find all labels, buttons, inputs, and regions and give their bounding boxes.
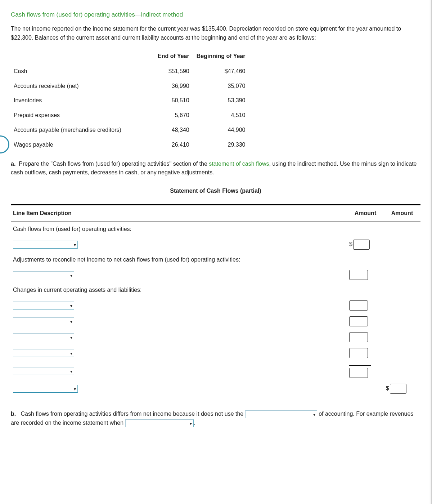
net-cash-flow-dropdown[interactable] — [13, 385, 78, 393]
table-row: Inventories50,51053,390 — [11, 93, 252, 108]
change-item-3-input[interactable] — [349, 332, 368, 342]
row-end-value: 26,410 — [158, 138, 197, 152]
row-end-value: $51,590 — [158, 64, 197, 79]
change-item-1-dropdown[interactable] — [13, 302, 74, 309]
depreciation-input[interactable] — [349, 270, 368, 280]
part-b: b. Cash flows from operating activities … — [11, 410, 420, 428]
row-beg-value: 4,510 — [197, 108, 253, 123]
row-end-value: 36,990 — [158, 79, 197, 94]
change-item-4-dropdown[interactable] — [13, 349, 74, 357]
depreciation-dropdown[interactable] — [13, 271, 74, 279]
cf-adjustments-label: Adjustments to reconcile net income to n… — [11, 253, 347, 267]
dollar-sign-2: $ — [386, 385, 389, 391]
col-beginning-of-year: Beginning of Year — [197, 49, 253, 64]
part-b-period: . — [194, 420, 195, 426]
net-income-dropdown[interactable] — [13, 241, 78, 249]
balances-table: End of Year Beginning of Year Cash$51,59… — [11, 49, 252, 152]
part-b-text-1: Cash flows from operating activities dif… — [21, 411, 245, 417]
title-main: Cash flows from (used for) operating act… — [11, 11, 135, 18]
statement-title: Statement of Cash Flows (partial) — [11, 187, 420, 196]
cf-section-operating: Cash flows from (used for) operating act… — [11, 222, 347, 236]
net-cash-flow-input[interactable] — [390, 384, 406, 394]
change-item-2-input[interactable] — [349, 316, 368, 326]
part-a-text-before: Prepare the "Cash flows from (used for) … — [19, 161, 209, 167]
section-title: Cash flows from (used for) operating act… — [11, 10, 420, 19]
row-label: Accounts receivable (net) — [11, 79, 158, 94]
row-label: Prepaid expenses — [11, 108, 158, 123]
intro-paragraph: The net income reported on the income st… — [11, 24, 420, 43]
col-end-of-year: End of Year — [158, 49, 197, 64]
table-row: Accounts payable (merchandise creditors)… — [11, 123, 252, 138]
net-income-input[interactable] — [353, 240, 370, 250]
table-row: Wages payable26,41029,330 — [11, 138, 252, 152]
table-row: Cash$51,590$47,460 — [11, 64, 252, 79]
table-row: Accounts receivable (net)36,99035,070 — [11, 79, 252, 94]
title-dash: — — [135, 11, 141, 18]
header-amount-2: Amount — [384, 205, 420, 222]
progress-bubble — [0, 135, 9, 153]
cash-flow-table: Line Item Description Amount Amount Cash… — [11, 204, 420, 397]
change-item-2-dropdown[interactable] — [13, 317, 74, 325]
change-item-1-input[interactable] — [349, 300, 368, 311]
row-beg-value: $47,460 — [197, 64, 253, 79]
change-item-4-input[interactable] — [349, 348, 368, 358]
row-label: Wages payable — [11, 138, 158, 152]
part-a: a. Prepare the "Cash flows from (used fo… — [11, 160, 420, 178]
change-item-5-input[interactable] — [349, 368, 368, 378]
row-label: Accounts payable (merchandise creditors) — [11, 123, 158, 138]
row-beg-value: 44,900 — [197, 123, 253, 138]
table-row: Prepaid expenses5,6704,510 — [11, 108, 252, 123]
dollar-sign: $ — [349, 241, 352, 247]
revenue-recognition-dropdown[interactable] — [125, 419, 194, 427]
row-beg-value: 35,070 — [197, 79, 253, 94]
part-b-label: b. — [11, 411, 16, 417]
basis-of-accounting-dropdown[interactable] — [245, 410, 317, 418]
row-end-value: 48,340 — [158, 123, 197, 138]
row-beg-value: 29,330 — [197, 138, 253, 152]
row-end-value: 50,510 — [158, 93, 197, 108]
row-beg-value: 53,390 — [197, 93, 253, 108]
change-item-3-dropdown[interactable] — [13, 333, 74, 341]
change-item-5-dropdown[interactable] — [13, 367, 74, 375]
row-label: Cash — [11, 64, 158, 79]
cf-changes-label: Changes in current operating assets and … — [11, 283, 347, 298]
part-a-label: a. — [11, 161, 15, 167]
row-label: Inventories — [11, 93, 158, 108]
header-amount-1: Amount — [347, 205, 384, 222]
row-end-value: 5,670 — [158, 108, 197, 123]
title-suffix: indirect method — [141, 11, 183, 18]
header-line-item: Line Item Description — [11, 205, 347, 222]
statement-of-cash-flows-link[interactable]: statement of cash flows — [209, 161, 269, 167]
